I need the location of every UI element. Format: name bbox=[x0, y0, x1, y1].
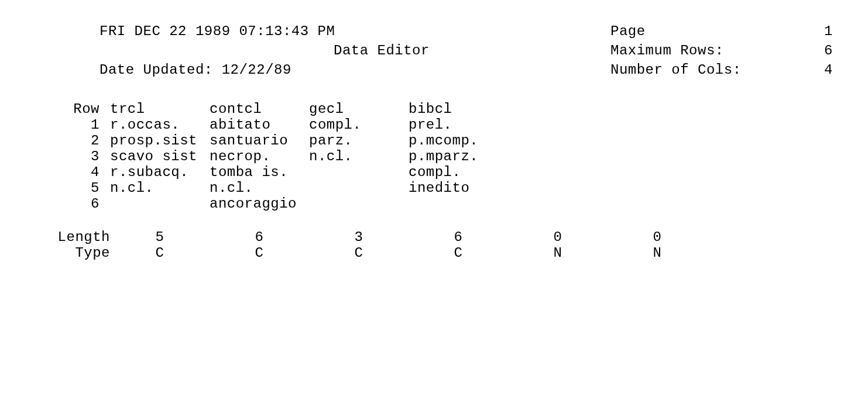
cell: parz. bbox=[309, 133, 409, 149]
col-header-3: bibcl bbox=[409, 101, 508, 117]
editor-title: Data Editor bbox=[100, 43, 430, 58]
table-row: 1 r.occas. abitato compl. prel. bbox=[35, 117, 833, 133]
datetime: FRI DEC 22 1989 07:13:43 PM bbox=[100, 23, 430, 39]
col-header-0: trcl bbox=[110, 101, 210, 117]
length-val: 6 bbox=[409, 229, 508, 245]
table-row: 3 scavo sist necrop. n.cl. p.mparz. bbox=[35, 149, 833, 164]
type-val: C bbox=[309, 245, 409, 261]
cell: abitato bbox=[210, 117, 309, 133]
cell: n.cl. bbox=[110, 180, 210, 196]
cell: scavo sist bbox=[110, 149, 210, 164]
cell: compl. bbox=[309, 117, 409, 133]
row-header-label: Row bbox=[35, 101, 110, 117]
col-header-2: gecl bbox=[309, 101, 409, 117]
num-cols-row: Number of Cols: 4 bbox=[610, 62, 833, 78]
cell bbox=[309, 196, 409, 212]
length-val: 6 bbox=[210, 229, 309, 245]
row-num: 2 bbox=[35, 133, 110, 149]
length-val: 0 bbox=[508, 229, 608, 245]
page-label: Page bbox=[610, 23, 646, 39]
header-right: Page 1 Maximum Rows: 6 Number of Cols: 4 bbox=[610, 23, 833, 78]
header-block: FRI DEC 22 1989 07:13:43 PM Data Editor … bbox=[100, 23, 833, 78]
page-row: Page 1 bbox=[610, 23, 833, 39]
cell: ancoraggio bbox=[210, 196, 309, 212]
table-row: 5 n.cl. n.cl. inedito bbox=[35, 180, 833, 196]
table-row: 2 prosp.sist santuario parz. p.mcomp. bbox=[35, 133, 833, 149]
length-val: 0 bbox=[608, 229, 707, 245]
cell: p.mparz. bbox=[409, 149, 508, 164]
cell: inedito bbox=[409, 180, 508, 196]
row-num: 3 bbox=[35, 149, 110, 164]
max-rows-row: Maximum Rows: 6 bbox=[610, 43, 833, 58]
cell: prel. bbox=[409, 117, 508, 133]
cell: n.cl. bbox=[210, 180, 309, 196]
type-val: N bbox=[508, 245, 608, 261]
cell: santuario bbox=[210, 133, 309, 149]
cell bbox=[409, 196, 508, 212]
length-val: 5 bbox=[110, 229, 210, 245]
date-updated: Date Updated: 12/22/89 bbox=[100, 62, 430, 78]
header-left: FRI DEC 22 1989 07:13:43 PM Data Editor … bbox=[100, 23, 430, 78]
page-number: 1 bbox=[824, 23, 833, 39]
type-val: N bbox=[608, 245, 707, 261]
cell: r.subacq. bbox=[110, 164, 210, 180]
row-num: 6 bbox=[35, 196, 110, 212]
cell bbox=[110, 196, 210, 212]
cell: p.mcomp. bbox=[409, 133, 508, 149]
length-row: Length 5 6 3 6 0 0 bbox=[35, 229, 833, 245]
type-label: Type bbox=[35, 245, 110, 261]
cell: necrop. bbox=[210, 149, 309, 164]
cell bbox=[309, 180, 409, 196]
row-num: 5 bbox=[35, 180, 110, 196]
type-row: Type C C C C N N bbox=[35, 245, 833, 261]
cell: tomba is. bbox=[210, 164, 309, 180]
max-rows-label: Maximum Rows: bbox=[610, 43, 724, 58]
table-row: 6 ancoraggio bbox=[35, 196, 833, 212]
num-cols-label: Number of Cols: bbox=[610, 62, 742, 78]
cell: compl. bbox=[409, 164, 508, 180]
cell: prosp.sist bbox=[110, 133, 210, 149]
table-row: 4 r.subacq. tomba is. compl. bbox=[35, 164, 833, 180]
max-rows-value: 6 bbox=[824, 43, 833, 58]
table-header-row: Row trcl contcl gecl bibcl bbox=[35, 101, 833, 117]
length-label: Length bbox=[35, 229, 110, 245]
type-val: C bbox=[409, 245, 508, 261]
num-cols-value: 4 bbox=[824, 62, 833, 78]
footer-block: Length 5 6 3 6 0 0 Type C C C C N N bbox=[35, 229, 833, 261]
type-val: C bbox=[210, 245, 309, 261]
col-header-1: contcl bbox=[210, 101, 309, 117]
length-val: 3 bbox=[309, 229, 409, 245]
row-num: 4 bbox=[35, 164, 110, 180]
cell: r.occas. bbox=[110, 117, 210, 133]
cell: n.cl. bbox=[309, 149, 409, 164]
data-table: Row trcl contcl gecl bibcl 1 r.occas. ab… bbox=[35, 101, 833, 212]
type-val: C bbox=[110, 245, 210, 261]
row-num: 1 bbox=[35, 117, 110, 133]
cell bbox=[309, 164, 409, 180]
